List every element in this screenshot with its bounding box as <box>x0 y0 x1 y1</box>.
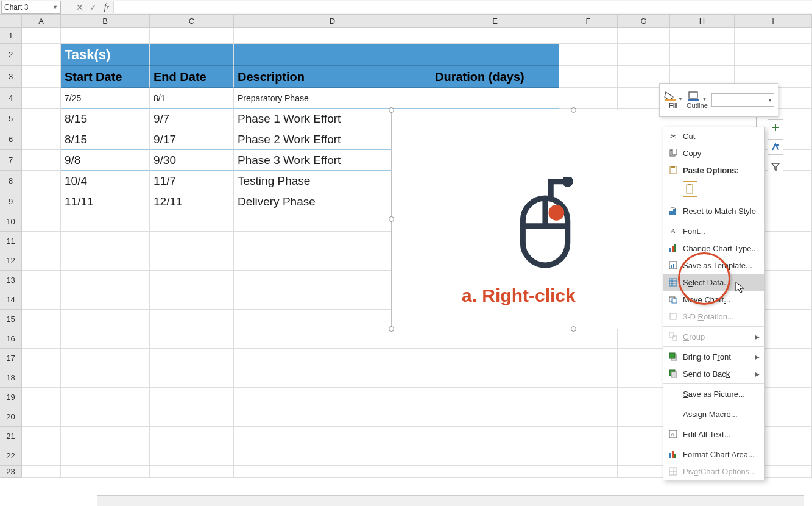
row-header[interactable]: 12 <box>0 251 22 271</box>
row-header[interactable]: 11 <box>0 232 22 251</box>
cell[interactable] <box>61 388 150 407</box>
cell[interactable] <box>61 232 150 251</box>
cell[interactable] <box>61 310 150 329</box>
edit-alt-text-menu-item[interactable]: A Edit Alt Text... <box>663 426 764 443</box>
cell-start[interactable]: 7/25 <box>61 88 150 109</box>
cell[interactable] <box>22 310 61 329</box>
row-header[interactable]: 22 <box>0 446 22 466</box>
cell[interactable] <box>150 290 234 310</box>
cell[interactable] <box>22 251 61 271</box>
table-header[interactable]: Start Date <box>61 66 150 88</box>
cell[interactable] <box>22 191 61 212</box>
cell-start[interactable]: 11/11 <box>61 191 150 212</box>
table-title-cell[interactable]: Task(s) <box>61 44 150 66</box>
row-header[interactable]: 15 <box>0 310 22 329</box>
cell[interactable] <box>61 290 150 310</box>
cell[interactable] <box>22 171 61 191</box>
cell[interactable] <box>22 466 61 478</box>
cell[interactable] <box>431 329 559 349</box>
style-picker[interactable]: ▾ <box>711 93 774 107</box>
cell[interactable] <box>735 44 812 66</box>
cell-start[interactable]: 9/8 <box>61 150 150 171</box>
cell-start[interactable]: 10/4 <box>61 171 150 191</box>
move-chart-menu-item[interactable]: Move Chart... <box>663 291 764 308</box>
cell[interactable] <box>559 407 618 427</box>
chart-elements-button[interactable] <box>768 119 783 135</box>
cell[interactable] <box>234 446 431 466</box>
cell[interactable] <box>22 88 61 109</box>
cell[interactable] <box>22 446 61 466</box>
cell[interactable] <box>61 329 150 349</box>
cell[interactable] <box>61 427 150 446</box>
cell[interactable] <box>559 427 618 446</box>
cell[interactable] <box>559 388 618 407</box>
cell[interactable] <box>22 290 61 310</box>
table-header[interactable]: Description <box>234 66 431 88</box>
font-menu-item[interactable]: A Font... <box>663 223 764 240</box>
cell[interactable] <box>431 368 559 388</box>
cell[interactable] <box>559 44 618 66</box>
chart-styles-button[interactable] <box>768 139 783 155</box>
row-header[interactable]: 6 <box>0 129 22 150</box>
cell[interactable] <box>431 28 559 44</box>
cell[interactable] <box>150 251 234 271</box>
cell[interactable] <box>61 349 150 368</box>
cell[interactable] <box>22 129 61 150</box>
cell[interactable] <box>559 368 618 388</box>
col-header[interactable]: C <box>150 15 234 27</box>
row-header[interactable]: 23 <box>0 466 22 478</box>
paste-option-button[interactable] <box>683 181 697 197</box>
row-header[interactable]: 17 <box>0 349 22 368</box>
cell[interactable] <box>22 427 61 446</box>
cell-end[interactable]: 8/1 <box>150 88 234 109</box>
cell-end[interactable]: 12/11 <box>150 191 234 212</box>
copy-menu-item[interactable]: Copy <box>663 144 764 162</box>
cell[interactable] <box>670 28 735 44</box>
cell[interactable] <box>150 232 234 251</box>
name-box[interactable]: Chart 3 ▼ <box>1 1 61 14</box>
col-header[interactable]: E <box>431 15 559 27</box>
cell[interactable] <box>150 28 234 44</box>
cell[interactable] <box>22 150 61 171</box>
col-header[interactable]: I <box>735 15 812 27</box>
row-header[interactable]: 8 <box>0 171 22 191</box>
cell-end[interactable]: 11/7 <box>150 171 234 191</box>
resize-handle[interactable] <box>389 326 394 332</box>
cell[interactable] <box>22 407 61 427</box>
cell[interactable] <box>150 466 234 478</box>
cell[interactable] <box>150 407 234 427</box>
cell[interactable] <box>234 368 431 388</box>
cell[interactable] <box>22 329 61 349</box>
cell[interactable] <box>559 446 618 466</box>
col-header[interactable]: H <box>670 15 735 27</box>
cell[interactable] <box>431 427 559 446</box>
select-data-menu-item[interactable]: Select Data... <box>663 274 764 291</box>
cell[interactable] <box>735 28 812 44</box>
row-header[interactable]: 1 <box>0 28 22 44</box>
row-header[interactable]: 19 <box>0 388 22 407</box>
cell[interactable] <box>22 232 61 251</box>
chart-filters-button[interactable] <box>768 159 783 174</box>
cell[interactable] <box>22 44 61 66</box>
row-header[interactable]: 18 <box>0 368 22 388</box>
cell[interactable] <box>22 66 61 88</box>
cell[interactable] <box>234 388 431 407</box>
cell[interactable] <box>234 349 431 368</box>
cell[interactable] <box>234 427 431 446</box>
cell[interactable] <box>618 44 670 66</box>
cell[interactable] <box>22 28 61 44</box>
row-header[interactable]: 5 <box>0 109 22 129</box>
cell[interactable] <box>150 446 234 466</box>
row-header[interactable]: 9 <box>0 191 22 212</box>
formula-input[interactable] <box>113 1 812 13</box>
cell[interactable] <box>61 251 150 271</box>
cell[interactable] <box>150 368 234 388</box>
cell[interactable] <box>431 446 559 466</box>
cell[interactable] <box>234 28 431 44</box>
outline-button[interactable]: ▼ Outline <box>687 91 708 109</box>
cell[interactable] <box>61 446 150 466</box>
reset-style-menu-item[interactable]: Reset to Match Style <box>663 202 764 219</box>
cell[interactable] <box>559 349 618 368</box>
select-all-corner[interactable] <box>0 15 22 27</box>
cell[interactable] <box>22 109 61 129</box>
